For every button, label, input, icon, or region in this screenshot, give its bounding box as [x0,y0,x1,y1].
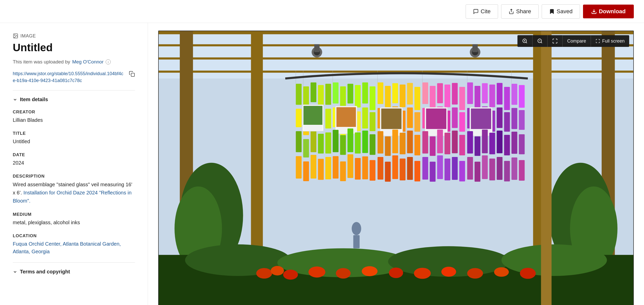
type-label-row: IMAGE [13,33,135,39]
terms-toggle[interactable]: Terms and copyright [13,269,135,275]
creator-value: Lillian Blades [13,116,135,124]
cite-button[interactable]: Cite [466,4,498,19]
svg-rect-91 [362,156,368,179]
svg-rect-71 [370,86,376,110]
svg-rect-122 [437,83,443,103]
svg-rect-59 [303,162,309,181]
svg-rect-114 [378,157,383,180]
svg-rect-118 [407,157,413,180]
svg-rect-55 [311,130,316,152]
svg-rect-140 [459,135,465,155]
svg-rect-178 [497,157,503,180]
description-highlight: Installation for Orchid Daze 2024 "Refle… [13,190,132,204]
type-label: IMAGE [20,33,36,39]
svg-rect-47 [325,84,331,105]
svg-rect-104 [414,112,420,131]
fit-screen-button[interactable] [548,35,563,47]
svg-rect-79 [336,107,356,127]
svg-rect-142 [430,162,436,182]
svg-rect-46 [318,85,324,108]
location-section: LOCATION Fuqua Orchid Center, Atlanta Bo… [13,233,135,255]
chevron-down-icon [13,97,17,102]
medium-label: MEDIUM [13,212,135,217]
terms-label: Terms and copyright [20,269,70,275]
image-viewer: Compare Full screen [158,31,634,305]
svg-rect-90 [355,158,361,180]
svg-point-30 [501,244,607,276]
svg-rect-88 [340,162,346,181]
svg-rect-83 [348,128,353,152]
compare-button[interactable]: Compare [563,35,591,47]
download-button[interactable]: Download [583,5,634,18]
svg-point-40 [467,268,483,279]
svg-rect-176 [482,155,488,179]
svg-rect-194 [314,44,320,52]
svg-rect-177 [489,158,495,180]
svg-rect-96 [400,85,405,107]
location-label: LOCATION [13,233,135,238]
svg-rect-153 [512,84,517,105]
viewer-toolbar: Compare Full screen [517,35,629,47]
svg-rect-137 [437,129,443,153]
svg-rect-191 [541,31,551,305]
item-title: Untitled [13,41,135,54]
svg-point-41 [494,267,509,277]
svg-rect-58 [296,156,302,179]
svg-rect-53 [296,131,302,152]
svg-rect-181 [519,160,525,181]
svg-rect-173 [519,134,525,154]
svg-rect-170 [497,131,503,153]
svg-rect-146 [459,161,465,181]
compare-label: Compare [567,38,586,44]
svg-rect-68 [348,84,353,103]
item-details-toggle[interactable]: Item details [13,97,135,102]
svg-rect-84 [355,132,361,154]
svg-rect-4 [131,73,134,76]
share-button[interactable]: Share [501,4,539,19]
svg-rect-92 [370,160,376,181]
svg-point-38 [414,268,431,279]
svg-rect-52 [325,109,331,129]
svg-point-37 [389,268,403,278]
image-type-icon [13,33,18,39]
svg-rect-117 [400,158,405,180]
location-value: Fuqua Orchid Center, Atlanta Botanical G… [13,240,135,255]
svg-rect-57 [325,132,331,154]
svg-rect-167 [475,136,480,156]
svg-rect-145 [452,157,458,180]
divider-1 [13,90,135,90]
medium-value: metal, plexiglass, alcohol inks [13,219,135,226]
zoom-out-button[interactable] [532,35,548,47]
svg-rect-154 [519,85,525,108]
copy-icon[interactable] [129,71,135,78]
saved-button[interactable]: Saved [542,4,580,19]
svg-rect-16 [159,57,633,59]
description-text: Wired assemblage "stained glass" veil me… [13,180,135,205]
svg-rect-115 [385,162,391,182]
share-icon [509,9,514,14]
svg-rect-144 [444,158,450,180]
fullscreen-button[interactable]: Full screen [591,35,629,47]
svg-point-31 [256,268,272,279]
svg-rect-141 [422,157,428,180]
svg-rect-164 [471,109,491,129]
svg-rect-77 [370,112,376,131]
info-icon[interactable]: i [106,59,111,64]
svg-point-42 [520,268,536,279]
svg-line-10 [541,42,542,43]
svg-rect-116 [392,155,398,179]
zoom-in-button[interactable] [517,35,532,47]
uploader-line: This item was uploaded by Meg O'Connor i [13,59,135,65]
svg-rect-111 [400,133,405,154]
svg-rect-149 [482,83,488,103]
download-label: Download [599,8,626,15]
svg-rect-151 [497,83,503,105]
description-section: DESCRIPTION Wired assemblage "stained gl… [13,174,135,205]
item-url: https://www.jstor.org/stable/10.5555/ind… [13,70,125,84]
right-panel: Compare Full screen [148,23,644,305]
svg-rect-86 [370,134,376,155]
fullscreen-label: Full screen [602,38,625,44]
saved-label: Saved [557,8,573,15]
svg-rect-109 [385,136,391,156]
svg-point-189 [352,222,361,235]
